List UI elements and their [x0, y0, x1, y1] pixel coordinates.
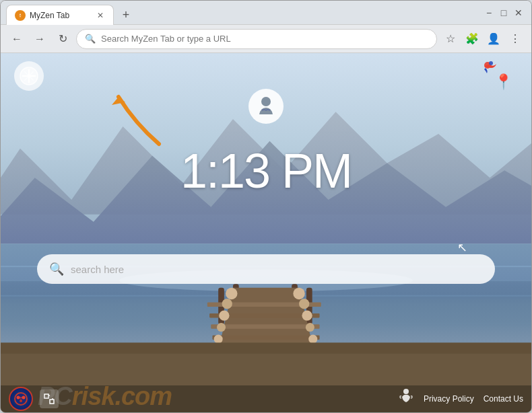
extensions-icon[interactable]: 🧩 [463, 30, 481, 48]
address-bar: ← → ↻ 🔍 Search MyZen Tab or type a URL ☆… [1, 25, 531, 53]
browser-window: MyZen Tab ✕ + − □ ✕ ← → ↻ 🔍 Search MyZen… [0, 0, 532, 413]
bottom-bar: PCrisk.com Privacy Policy Contact Us [1, 385, 531, 412]
title-bar: MyZen Tab ✕ + − □ ✕ [1, 1, 531, 25]
url-search-icon: 🔍 [85, 34, 96, 44]
privacy-policy-link[interactable]: Privacy Policy [424, 394, 474, 404]
risk-text: risk.com [72, 382, 172, 410]
scanner-icon[interactable] [9, 387, 33, 411]
svg-point-0 [17, 12, 24, 19]
reload-button[interactable]: ↻ [53, 30, 72, 48]
svg-rect-17 [212, 336, 319, 340]
svg-point-47 [489, 61, 493, 65]
svg-point-33 [308, 334, 317, 343]
svg-point-28 [219, 311, 229, 321]
svg-point-24 [226, 288, 237, 299]
page-search-placeholder: search here [71, 264, 124, 275]
profile-icon[interactable]: 👤 [484, 30, 503, 48]
svg-point-31 [306, 323, 314, 332]
url-placeholder-text: Search MyZen Tab or type a URL [101, 34, 428, 44]
page-search-icon: 🔍 [49, 262, 64, 276]
svg-point-27 [299, 299, 309, 309]
contact-us-link[interactable]: Contact Us [484, 394, 523, 404]
toolbar-icons: ☆ 🧩 👤 ⋮ [441, 30, 525, 48]
svg-rect-16 [211, 324, 319, 329]
page-search-bar[interactable]: 🔍 search here [37, 254, 495, 284]
svg-point-30 [217, 323, 226, 332]
zen-person-icon[interactable] [398, 387, 414, 410]
close-button[interactable]: ✕ [514, 8, 523, 17]
new-tab-button[interactable]: + [117, 5, 135, 24]
user-avatar[interactable] [248, 89, 284, 124]
pcrisk-logo: PCrisk.com [38, 382, 172, 411]
url-bar[interactable]: 🔍 Search MyZen Tab or type a URL [76, 29, 437, 49]
compass-button[interactable] [14, 61, 44, 91]
time-text: 1:13 PM [180, 147, 352, 195]
top-right-decoration [471, 59, 498, 81]
pcr-text: PC [38, 382, 72, 410]
back-button[interactable]: ← [7, 30, 26, 48]
bottom-right-links: Privacy Policy Contact Us [398, 387, 523, 410]
svg-point-32 [214, 334, 223, 343]
svg-point-50 [261, 97, 271, 106]
svg-point-25 [293, 288, 304, 299]
minimize-button[interactable]: − [484, 8, 494, 17]
svg-point-26 [222, 299, 232, 309]
tab-title-text: MyZen Tab [30, 11, 92, 20]
svg-marker-39 [1, 342, 531, 353]
maximize-button[interactable]: □ [499, 8, 508, 17]
svg-point-29 [302, 311, 312, 321]
map-pin-icon[interactable]: 📍 [494, 73, 512, 91]
forward-button[interactable]: → [30, 30, 49, 48]
menu-icon[interactable]: ⋮ [506, 30, 525, 48]
window-controls: − □ ✕ [484, 8, 526, 17]
bookmark-icon[interactable]: ☆ [441, 30, 460, 48]
active-tab[interactable]: MyZen Tab ✕ [6, 5, 114, 25]
tab-favicon [15, 10, 26, 21]
svg-point-61 [403, 389, 409, 394]
time-display: 1:13 PM [180, 147, 352, 195]
content-area: 📍 [1, 53, 531, 412]
tab-area: MyZen Tab ✕ + [6, 1, 484, 24]
tab-close-button[interactable]: ✕ [96, 11, 105, 20]
svg-point-45 [28, 75, 31, 78]
